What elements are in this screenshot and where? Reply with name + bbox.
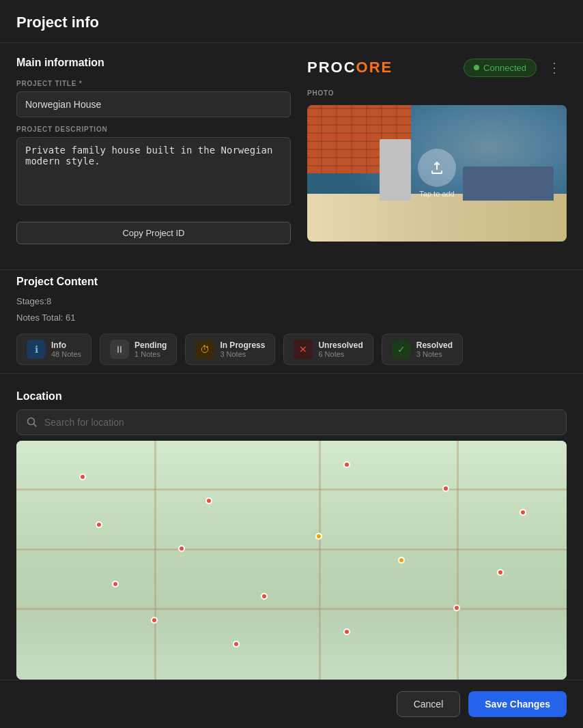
room-photo-bg: Tap to add bbox=[307, 105, 567, 242]
note-info-in-progress: In Progress 3 Notes bbox=[220, 340, 265, 358]
content-stats: Stages:8 Notes Total: 61 bbox=[16, 293, 567, 325]
notes-total-stat: Notes Total: 61 bbox=[16, 310, 567, 325]
note-count-resolved: 3 Notes bbox=[416, 350, 453, 358]
project-content-section: Project Content Stages:8 Notes Total: 61… bbox=[0, 276, 583, 365]
location-title: Location bbox=[16, 390, 567, 403]
more-options-button[interactable]: ⋮ bbox=[542, 57, 567, 78]
upload-icon bbox=[429, 160, 445, 176]
map-road bbox=[16, 608, 567, 610]
room-photo: Tap to add bbox=[307, 105, 567, 242]
note-type-unresolved: Unresolved bbox=[318, 340, 362, 350]
note-type-in-progress: In Progress bbox=[220, 340, 265, 350]
map-pin[interactable] bbox=[453, 605, 460, 611]
map-pin[interactable] bbox=[79, 474, 86, 480]
map-pin[interactable] bbox=[520, 509, 526, 516]
fridge-section bbox=[380, 139, 411, 201]
search-location-input[interactable] bbox=[44, 417, 556, 428]
note-badge-pending: ⏸ Pending 1 Notes bbox=[100, 334, 177, 365]
map-pin[interactable] bbox=[151, 617, 158, 624]
note-type-resolved: Resolved bbox=[416, 340, 453, 350]
note-badge-unresolved: ✕ Unresolved 6 Notes bbox=[283, 334, 373, 365]
unresolved-icon: ✕ bbox=[294, 340, 313, 359]
search-icon bbox=[27, 417, 38, 428]
project-description-textarea[interactable]: Private family house built in the Norweg… bbox=[16, 137, 291, 205]
location-section: Location bbox=[0, 390, 583, 680]
page-title: Project info bbox=[16, 14, 567, 31]
floor-section bbox=[307, 194, 567, 242]
project-description-label: PROJECT DESCRIPTION bbox=[16, 126, 291, 133]
map-pin[interactable] bbox=[398, 557, 405, 564]
map-pin[interactable] bbox=[442, 485, 449, 492]
save-changes-button[interactable]: Save Changes bbox=[468, 691, 567, 717]
divider-2 bbox=[0, 373, 583, 374]
map-road bbox=[154, 441, 156, 680]
section-main-info: Main information bbox=[16, 57, 291, 72]
left-column: Main information PROJECT TITLE * PROJECT… bbox=[16, 57, 291, 250]
map-background bbox=[16, 441, 567, 680]
upload-circle bbox=[418, 149, 456, 187]
tap-to-add-label: Tap to add bbox=[419, 190, 454, 198]
note-count-unresolved: 6 Notes bbox=[318, 350, 362, 358]
connected-badge: Connected bbox=[464, 59, 537, 77]
map-pin[interactable] bbox=[343, 461, 350, 468]
note-type-info: Info bbox=[51, 340, 81, 350]
map-road bbox=[457, 441, 459, 680]
page-header: Project info bbox=[0, 0, 583, 43]
note-info-resolved: Resolved 3 Notes bbox=[416, 340, 453, 358]
project-title-field: PROJECT TITLE * bbox=[16, 80, 291, 117]
map-pin[interactable] bbox=[112, 581, 119, 587]
photo-container[interactable]: Tap to add bbox=[307, 105, 567, 242]
location-search-bar[interactable] bbox=[16, 409, 567, 435]
pending-icon: ⏸ bbox=[110, 340, 129, 359]
procore-logo-text: PROC bbox=[307, 59, 356, 76]
note-info-unresolved: Unresolved 6 Notes bbox=[318, 340, 362, 358]
project-description-field: PROJECT DESCRIPTION Private family house… bbox=[16, 126, 291, 208]
resolved-icon: ✓ bbox=[392, 340, 411, 359]
note-badge-in-progress: ⏱ In Progress 3 Notes bbox=[185, 334, 275, 365]
note-count-pending: 1 Notes bbox=[134, 350, 167, 358]
note-count-in-progress: 3 Notes bbox=[220, 350, 265, 358]
map-pin[interactable] bbox=[261, 593, 268, 600]
main-content: Main information PROJECT TITLE * PROJECT… bbox=[0, 43, 583, 264]
info-icon: ℹ bbox=[27, 340, 46, 359]
map-pin[interactable] bbox=[178, 545, 185, 552]
in-progress-icon: ⏱ bbox=[195, 340, 214, 359]
note-count-info: 48 Notes bbox=[51, 350, 81, 358]
note-badge-resolved: ✓ Resolved 3 Notes bbox=[382, 334, 463, 365]
procore-header: PROCORE Connected ⋮ bbox=[307, 57, 567, 78]
project-content-title: Project Content bbox=[16, 276, 567, 288]
map-pin[interactable] bbox=[497, 569, 504, 576]
map-pin[interactable] bbox=[233, 641, 240, 647]
main-info-title: Main information bbox=[16, 57, 291, 69]
right-column: PROCORE Connected ⋮ PHOTO bbox=[307, 57, 567, 250]
map-road bbox=[319, 441, 321, 680]
map-pin[interactable] bbox=[315, 533, 322, 540]
page-container: Project info Main information PROJECT TI… bbox=[0, 0, 583, 728]
procore-logo-accent: ORE bbox=[356, 59, 393, 76]
footer: Cancel Save Changes bbox=[0, 680, 583, 728]
cancel-button[interactable]: Cancel bbox=[397, 691, 461, 717]
note-type-pending: Pending bbox=[134, 340, 167, 350]
map-road bbox=[16, 489, 567, 491]
connected-label: Connected bbox=[483, 63, 526, 73]
map-pin[interactable] bbox=[205, 497, 212, 504]
divider-1 bbox=[0, 270, 583, 270]
project-title-label: PROJECT TITLE * bbox=[16, 80, 291, 87]
notes-row: ℹ Info 48 Notes ⏸ Pending 1 Notes ⏱ In P… bbox=[16, 334, 567, 365]
project-title-input[interactable] bbox=[16, 91, 291, 117]
map-container[interactable] bbox=[16, 441, 567, 680]
note-info-pending: Pending 1 Notes bbox=[134, 340, 167, 358]
note-info-info: Info 48 Notes bbox=[51, 340, 81, 358]
connected-dot bbox=[474, 65, 479, 70]
note-badge-info: ℹ Info 48 Notes bbox=[16, 334, 91, 365]
stages-stat: Stages:8 bbox=[16, 293, 567, 309]
map-pin[interactable] bbox=[96, 521, 102, 528]
photo-overlay: Tap to add bbox=[418, 149, 456, 198]
procore-logo: PROCORE bbox=[307, 59, 393, 76]
sofa-section bbox=[463, 166, 554, 201]
photo-label: PHOTO bbox=[307, 89, 567, 97]
copy-project-id-button[interactable]: Copy Project ID bbox=[16, 222, 291, 244]
map-road bbox=[16, 549, 567, 551]
map-pin[interactable] bbox=[343, 628, 350, 635]
